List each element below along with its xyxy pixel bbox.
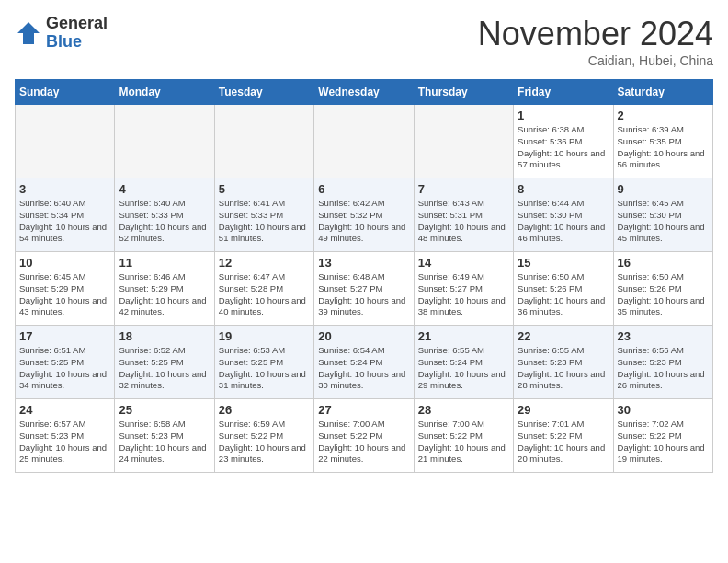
calendar-day-cell: 24Sunrise: 6:57 AM Sunset: 5:23 PM Dayli… (16, 399, 115, 473)
day-number: 3 (19, 182, 110, 196)
weekday-header: Thursday (414, 80, 513, 105)
calendar-day-cell: 26Sunrise: 6:59 AM Sunset: 5:22 PM Dayli… (214, 399, 313, 473)
day-info: Sunrise: 6:50 AM Sunset: 5:26 PM Dayligh… (518, 271, 609, 318)
day-number: 9 (618, 182, 709, 196)
calendar-day-cell: 4Sunrise: 6:40 AM Sunset: 5:33 PM Daylig… (115, 178, 214, 252)
day-info: Sunrise: 6:57 AM Sunset: 5:23 PM Dayligh… (19, 419, 110, 465)
day-number: 6 (318, 182, 409, 196)
day-number: 2 (618, 109, 709, 122)
logo-blue: Blue (46, 33, 108, 52)
day-info: Sunrise: 6:53 AM Sunset: 5:25 PM Dayligh… (219, 345, 310, 392)
calendar-day-cell: 8Sunrise: 6:44 AM Sunset: 5:30 PM Daylig… (514, 178, 613, 252)
calendar-day-cell (115, 105, 214, 178)
calendar-day-cell (314, 105, 414, 178)
day-info: Sunrise: 6:38 AM Sunset: 5:36 PM Dayligh… (518, 124, 609, 171)
calendar-week-row: 24Sunrise: 6:57 AM Sunset: 5:23 PM Dayli… (16, 399, 713, 473)
day-number: 8 (518, 182, 609, 196)
day-number: 27 (318, 403, 409, 417)
day-number: 7 (418, 182, 509, 196)
weekday-header-row: SundayMondayTuesdayWednesdayThursdayFrid… (16, 80, 713, 105)
day-info: Sunrise: 7:00 AM Sunset: 5:22 PM Dayligh… (318, 419, 409, 465)
calendar-day-cell: 10Sunrise: 6:45 AM Sunset: 5:29 PM Dayli… (16, 252, 115, 326)
weekday-header: Sunday (16, 80, 115, 105)
weekday-header: Wednesday (314, 80, 414, 105)
day-number: 12 (219, 256, 310, 270)
calendar-day-cell: 19Sunrise: 6:53 AM Sunset: 5:25 PM Dayli… (214, 326, 313, 399)
weekday-header: Friday (514, 80, 613, 105)
day-number: 29 (518, 403, 609, 417)
calendar-day-cell: 21Sunrise: 6:55 AM Sunset: 5:24 PM Dayli… (414, 326, 513, 399)
day-info: Sunrise: 7:00 AM Sunset: 5:22 PM Dayligh… (418, 419, 509, 465)
day-info: Sunrise: 6:39 AM Sunset: 5:35 PM Dayligh… (618, 124, 709, 171)
calendar-day-cell: 17Sunrise: 6:51 AM Sunset: 5:25 PM Dayli… (16, 326, 115, 399)
day-info: Sunrise: 6:40 AM Sunset: 5:33 PM Dayligh… (119, 198, 210, 245)
calendar-day-cell: 27Sunrise: 7:00 AM Sunset: 5:22 PM Dayli… (314, 399, 414, 473)
calendar-day-cell: 20Sunrise: 6:54 AM Sunset: 5:24 PM Dayli… (314, 326, 414, 399)
day-info: Sunrise: 6:50 AM Sunset: 5:26 PM Dayligh… (618, 271, 709, 318)
day-number: 11 (119, 256, 210, 270)
calendar-day-cell: 18Sunrise: 6:52 AM Sunset: 5:25 PM Dayli… (115, 326, 214, 399)
day-number: 18 (119, 329, 210, 343)
weekday-header: Monday (115, 80, 214, 105)
calendar-day-cell: 30Sunrise: 7:02 AM Sunset: 5:22 PM Dayli… (613, 399, 712, 473)
calendar-week-row: 10Sunrise: 6:45 AM Sunset: 5:29 PM Dayli… (16, 252, 713, 326)
day-number: 24 (19, 403, 110, 417)
calendar-day-cell: 25Sunrise: 6:58 AM Sunset: 5:23 PM Dayli… (115, 399, 214, 473)
day-info: Sunrise: 7:01 AM Sunset: 5:22 PM Dayligh… (518, 419, 609, 465)
day-info: Sunrise: 6:41 AM Sunset: 5:33 PM Dayligh… (219, 198, 310, 245)
day-number: 1 (518, 109, 609, 122)
svg-marker-0 (17, 22, 40, 44)
day-info: Sunrise: 6:59 AM Sunset: 5:22 PM Dayligh… (219, 419, 310, 465)
day-info: Sunrise: 6:54 AM Sunset: 5:24 PM Dayligh… (318, 345, 409, 392)
calendar-day-cell: 29Sunrise: 7:01 AM Sunset: 5:22 PM Dayli… (514, 399, 613, 473)
day-info: Sunrise: 6:55 AM Sunset: 5:23 PM Dayligh… (518, 345, 609, 392)
day-number: 4 (119, 182, 210, 196)
month-title: November 2024 (478, 15, 713, 53)
calendar-week-row: 3Sunrise: 6:40 AM Sunset: 5:34 PM Daylig… (16, 178, 713, 252)
logo-general: General (46, 15, 108, 33)
day-info: Sunrise: 6:49 AM Sunset: 5:27 PM Dayligh… (418, 271, 509, 318)
day-info: Sunrise: 6:43 AM Sunset: 5:31 PM Dayligh… (418, 198, 509, 245)
day-number: 22 (518, 329, 609, 343)
title-block: November 2024 Caidian, Hubei, China (478, 15, 713, 68)
day-info: Sunrise: 6:52 AM Sunset: 5:25 PM Dayligh… (119, 345, 210, 392)
calendar-day-cell (414, 105, 513, 178)
day-number: 5 (219, 182, 310, 196)
day-number: 16 (618, 256, 709, 270)
calendar-day-cell: 1Sunrise: 6:38 AM Sunset: 5:36 PM Daylig… (514, 105, 613, 178)
calendar-day-cell: 13Sunrise: 6:48 AM Sunset: 5:27 PM Dayli… (314, 252, 414, 326)
day-number: 19 (219, 329, 310, 343)
day-number: 10 (19, 256, 110, 270)
weekday-header: Tuesday (214, 80, 313, 105)
day-info: Sunrise: 6:58 AM Sunset: 5:23 PM Dayligh… (119, 419, 210, 465)
calendar-day-cell (16, 105, 115, 178)
calendar-day-cell: 28Sunrise: 7:00 AM Sunset: 5:22 PM Dayli… (414, 399, 513, 473)
day-number: 30 (618, 403, 709, 417)
calendar-day-cell: 12Sunrise: 6:47 AM Sunset: 5:28 PM Dayli… (214, 252, 313, 326)
day-number: 28 (418, 403, 509, 417)
day-info: Sunrise: 6:46 AM Sunset: 5:29 PM Dayligh… (119, 271, 210, 318)
page-header: General Blue November 2024 Caidian, Hube… (15, 15, 713, 68)
day-number: 20 (318, 329, 409, 343)
calendar-day-cell: 15Sunrise: 6:50 AM Sunset: 5:26 PM Dayli… (514, 252, 613, 326)
day-info: Sunrise: 6:40 AM Sunset: 5:34 PM Dayligh… (19, 198, 110, 245)
logo-text: General Blue (46, 15, 108, 52)
calendar-table: SundayMondayTuesdayWednesdayThursdayFrid… (15, 79, 713, 473)
logo: General Blue (15, 15, 108, 52)
calendar-day-cell: 23Sunrise: 6:56 AM Sunset: 5:23 PM Dayli… (613, 326, 712, 399)
day-number: 25 (119, 403, 210, 417)
calendar-day-cell: 9Sunrise: 6:45 AM Sunset: 5:30 PM Daylig… (613, 178, 712, 252)
calendar-day-cell: 2Sunrise: 6:39 AM Sunset: 5:35 PM Daylig… (613, 105, 712, 178)
location: Caidian, Hubei, China (478, 53, 713, 68)
calendar-week-row: 1Sunrise: 6:38 AM Sunset: 5:36 PM Daylig… (16, 105, 713, 178)
calendar-day-cell: 22Sunrise: 6:55 AM Sunset: 5:23 PM Dayli… (514, 326, 613, 399)
day-info: Sunrise: 6:47 AM Sunset: 5:28 PM Dayligh… (219, 271, 310, 318)
calendar-day-cell: 5Sunrise: 6:41 AM Sunset: 5:33 PM Daylig… (214, 178, 313, 252)
day-info: Sunrise: 6:44 AM Sunset: 5:30 PM Dayligh… (518, 198, 609, 245)
weekday-header: Saturday (613, 80, 712, 105)
day-number: 17 (19, 329, 110, 343)
calendar-day-cell: 16Sunrise: 6:50 AM Sunset: 5:26 PM Dayli… (613, 252, 712, 326)
calendar-day-cell: 7Sunrise: 6:43 AM Sunset: 5:31 PM Daylig… (414, 178, 513, 252)
day-info: Sunrise: 7:02 AM Sunset: 5:22 PM Dayligh… (618, 419, 709, 465)
day-info: Sunrise: 6:55 AM Sunset: 5:24 PM Dayligh… (418, 345, 509, 392)
